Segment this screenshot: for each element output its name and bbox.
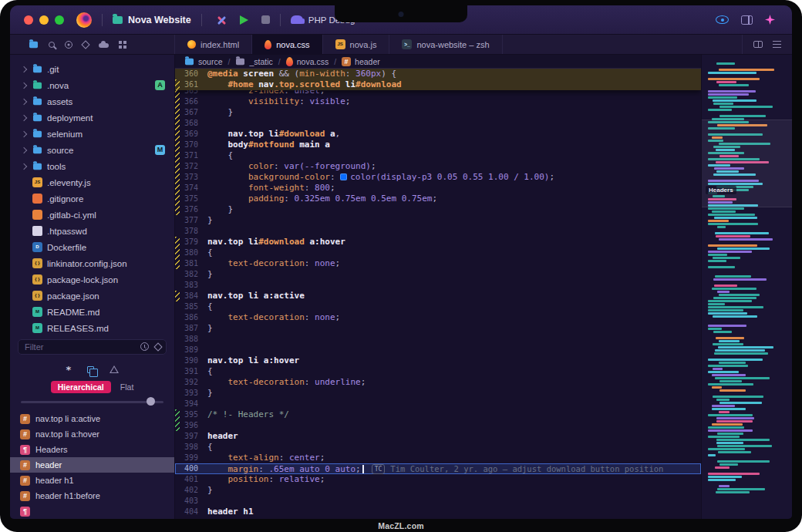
tree-item--eleventy-js[interactable]: JS.eleventy.js — [10, 174, 174, 190]
code-line[interactable]: 387} — [175, 323, 701, 334]
gem-icon[interactable] — [81, 40, 89, 49]
code-line[interactable]: 402} — [175, 485, 701, 496]
code-line[interactable]: 392 text-decoration: underline; — [175, 377, 701, 388]
symbol-item-header-h1[interactable]: #header h1 — [10, 473, 174, 488]
tree-item--gitlab-ci-yml[interactable]: .gitlab-ci.yml — [10, 207, 174, 223]
disclosure-chevron-icon[interactable] — [19, 67, 28, 72]
code-line[interactable]: 400 margin: .65em auto 0 auto;TCTim Coul… — [175, 463, 701, 474]
disclosure-chevron-icon[interactable] — [19, 148, 28, 153]
preview-eye-icon[interactable] — [716, 15, 729, 24]
code-line[interactable]: 386 text-decoration: none; — [175, 312, 701, 323]
slider-knob[interactable] — [147, 397, 155, 406]
search-icon[interactable] — [49, 42, 55, 48]
tree-item--htpasswd[interactable]: .htpasswd — [10, 223, 174, 239]
tree-item-linkinator-config-json[interactable]: { }linkinator.config.json — [10, 255, 174, 271]
code-line[interactable]: 403 — [175, 496, 701, 507]
sticky-code-line[interactable]: 360@media screen && (min-width: 360px) { — [175, 69, 701, 79]
tree-item--nova[interactable]: .novaA — [10, 77, 174, 93]
code-line[interactable]: 377} — [175, 215, 701, 226]
symbol-item-header-h1-before[interactable]: #header h1:before — [10, 488, 174, 503]
tree-item-readme-md[interactable]: MREADME.md — [10, 304, 174, 320]
symbol-item[interactable]: ¶ — [10, 503, 174, 519]
code-line[interactable]: 404header h1 — [175, 507, 701, 517]
breadcrumb-item-nova-css[interactable]: nova.css — [286, 57, 329, 66]
tab-nova-js[interactable]: JSnova.js — [323, 35, 390, 54]
tree-item-tools[interactable]: tools — [10, 158, 174, 174]
sticky-code-line[interactable]: 361 #home nav.top.scrolled li#download — [175, 79, 701, 90]
code-line[interactable]: 389 — [175, 345, 701, 355]
disclosure-chevron-icon[interactable] — [19, 83, 28, 88]
slider-track[interactable] — [21, 401, 163, 403]
breadcrumb-item--static[interactable]: _static — [235, 57, 272, 66]
tree-item--git[interactable]: .git — [10, 61, 174, 77]
code-line[interactable]: 395/* !- Headers */ — [175, 409, 701, 420]
tab-index-html[interactable]: index.html — [175, 35, 252, 54]
tab-nova-website-zsh[interactable]: >_nova-website – zsh — [389, 35, 502, 54]
code-line[interactable]: 372 color: var(--foreground); — [175, 161, 701, 172]
stop-button[interactable] — [261, 15, 270, 24]
code-line[interactable]: 396 — [175, 420, 701, 431]
code-line[interactable]: 384nav.top li a:active — [175, 291, 701, 301]
code-line[interactable]: 373 background-color: color(display-p3 0… — [175, 172, 701, 183]
run-button[interactable] — [240, 15, 248, 25]
files-folder-icon[interactable] — [29, 41, 38, 48]
tree-item-dockerfile[interactable]: DDockerfile — [10, 239, 174, 255]
tree-item-assets[interactable]: assets — [10, 93, 174, 109]
code-line[interactable]: 394 — [175, 399, 701, 409]
breadcrumb-item-header[interactable]: #header — [342, 57, 380, 66]
tree-item--gitignore[interactable]: .gitignore — [10, 190, 174, 207]
code-line[interactable]: 393} — [175, 388, 701, 399]
firefox-icon[interactable] — [76, 12, 92, 28]
code-line[interactable]: 381 text-decoration: none; — [175, 258, 701, 269]
crystal-icon[interactable] — [153, 342, 162, 351]
code-line[interactable]: 371 { — [175, 150, 701, 161]
disclosure-chevron-icon[interactable] — [19, 99, 28, 104]
view-mode-hierarchical[interactable]: Hierarchical — [51, 381, 111, 393]
code-line[interactable]: 391{ — [175, 366, 701, 377]
symbols-size-slider[interactable] — [21, 397, 163, 406]
app-grid-icon[interactable] — [119, 41, 122, 44]
code-line[interactable]: 399 text-align: center; — [175, 453, 701, 463]
breadcrumb-item-source[interactable]: source — [184, 57, 223, 66]
project-button[interactable]: Nova Website — [113, 15, 191, 25]
tree-item-package-json[interactable]: { }package.json — [10, 288, 174, 304]
minimap[interactable]: Headers — [701, 55, 792, 519]
code-line[interactable]: 369 nav.top li#download a, — [175, 129, 701, 140]
tree-item-deployment[interactable]: deployment — [10, 109, 174, 126]
warning-triangle-icon[interactable] — [110, 365, 119, 373]
code-line[interactable]: 397header — [175, 431, 701, 442]
disclosure-chevron-icon[interactable] — [19, 164, 28, 169]
code-line[interactable]: 379nav.top li#download a:hover — [175, 237, 701, 247]
tree-item-source[interactable]: sourceM — [10, 142, 174, 158]
tree-item-selenium[interactable]: selenium — [10, 126, 174, 142]
code-line[interactable]: 398{ — [175, 442, 701, 453]
tree-item-releases-md[interactable]: MRELEASES.md — [10, 320, 174, 335]
split-editor-icon[interactable] — [753, 41, 763, 48]
layers-icon[interactable] — [87, 366, 94, 373]
code-line[interactable]: 366 visibility: visible; — [175, 96, 701, 107]
symbol-item-nav-top-li-a-active[interactable]: #nav.top li a:active — [10, 411, 174, 426]
code-line[interactable]: 376 } — [175, 204, 701, 215]
minimize-button[interactable] — [39, 15, 49, 25]
view-mode-flat[interactable]: Flat — [120, 382, 134, 392]
code-area[interactable]: 365 z-index: unset;366 visibility: visib… — [175, 69, 701, 519]
history-clock-icon[interactable] — [140, 342, 149, 351]
code-line[interactable]: 385{ — [175, 301, 701, 312]
code-line[interactable]: 375 padding: 0.325em 0.75em 0.5em 0.75em… — [175, 194, 701, 204]
code-line[interactable]: 383 — [175, 280, 701, 291]
tree-item-package-lock-json[interactable]: { }package-lock.json — [10, 271, 174, 288]
disclosure-chevron-icon[interactable] — [19, 116, 28, 120]
code-line[interactable]: 368 — [175, 118, 701, 129]
compass-icon[interactable] — [65, 41, 72, 49]
code-line[interactable]: 382} — [175, 269, 701, 280]
code-line[interactable]: 367 } — [175, 107, 701, 118]
close-button[interactable] — [24, 15, 33, 25]
code-line[interactable]: 370 body#notfound main a — [175, 140, 701, 150]
editor-list-icon[interactable] — [773, 41, 781, 48]
tab-nova-css[interactable]: nova.css — [252, 35, 322, 54]
code-line[interactable]: 401 position: relative; — [175, 474, 701, 485]
code-line[interactable]: 388 — [175, 334, 701, 345]
code-line[interactable]: 390nav.top li a:hover — [175, 355, 701, 366]
disclosure-chevron-icon[interactable] — [19, 132, 28, 136]
symbol-item-nav-top-li-a-hover[interactable]: #nav.top li a:hover — [10, 426, 174, 442]
